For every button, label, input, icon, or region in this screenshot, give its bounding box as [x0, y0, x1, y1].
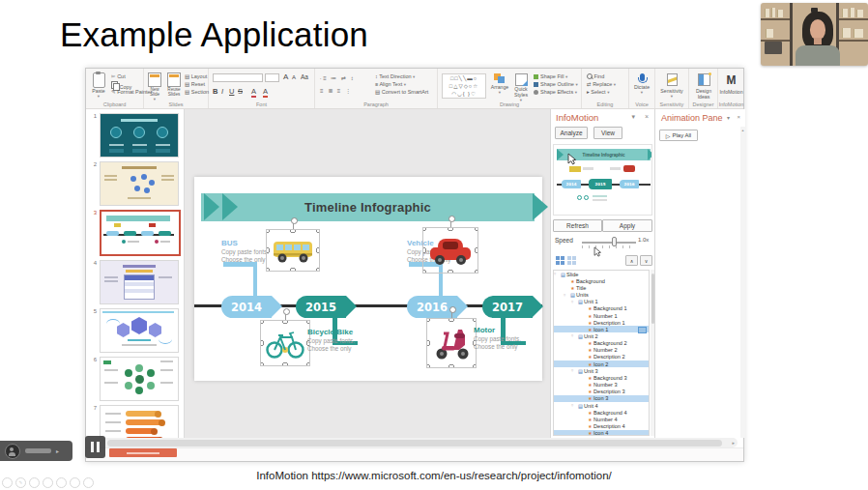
select-button[interactable]: ▸ Select ▾: [587, 89, 609, 96]
item-label-bicycle[interactable]: Bicycle Bike: [307, 328, 353, 336]
year-marker-2014[interactable]: 2014: [221, 296, 272, 318]
tree-row[interactable]: Icon 3: [554, 395, 649, 402]
scroll-up-icon[interactable]: ▴: [740, 128, 745, 132]
replace-button[interactable]: ⇄ Replace ▾: [587, 81, 616, 88]
pane-dropdown-icon[interactable]: ▾: [631, 113, 635, 121]
animation-scrollbar[interactable]: ▴: [740, 127, 745, 438]
reuse-slides-button[interactable]: Reuse Slides: [164, 72, 184, 97]
year-marker-2015[interactable]: 2015: [296, 296, 346, 318]
bicycle-image[interactable]: [266, 326, 304, 360]
refresh-button[interactable]: Refresh: [553, 219, 602, 232]
tree-row[interactable]: Background 3: [554, 374, 649, 381]
tree-row[interactable]: Description 3: [554, 389, 649, 395]
item-description[interactable]: Copy paste fonts. Choose the only: [474, 335, 521, 350]
tree-row[interactable]: Units: [554, 291, 649, 298]
tree-row[interactable]: Number 3: [554, 382, 649, 389]
participant-badge[interactable]: ▸: [0, 441, 72, 461]
sensitivity-button[interactable]: Sensitivity ▾: [657, 73, 686, 99]
font-size-input[interactable]: [265, 73, 279, 82]
tree-row[interactable]: Background 2: [554, 340, 649, 347]
find-button[interactable]: Find: [587, 73, 604, 80]
slide-thumbnail-4[interactable]: 4: [88, 260, 179, 304]
video-pause-button[interactable]: [85, 436, 105, 458]
infomotion-addin-button[interactable]: M InfoMotion: [719, 73, 743, 95]
item-label-bus[interactable]: BUS: [221, 239, 238, 247]
slide-thumbnail-1[interactable]: 1: [88, 113, 179, 158]
tree-row[interactable]: Unit 1: [554, 299, 649, 305]
quick-styles-button[interactable]: Quick Styles ▾: [511, 73, 531, 102]
tree-row[interactable]: Icon 4: [554, 430, 649, 436]
move-down-button[interactable]: ∨: [640, 255, 652, 266]
slide-title-banner[interactable]: Timeline Infographic: [201, 193, 535, 221]
slide-thumbnail-8-partial[interactable]: [109, 448, 177, 457]
pane-dropdown-icon[interactable]: ▾: [727, 114, 730, 121]
underline-button[interactable]: U: [229, 87, 234, 96]
new-slide-button[interactable]: New Slide ▾: [146, 72, 163, 101]
speed-slider-track[interactable]: [582, 242, 636, 244]
pane-close-icon[interactable]: ×: [737, 114, 740, 120]
shapes-gallery[interactable]: □□╲╲▬○ □△▽◇○☆ ◠◡{ }♡: [442, 73, 486, 99]
speed-slider-thumb[interactable]: [612, 237, 617, 246]
tree-row[interactable]: Number 2: [554, 347, 649, 354]
tree-row[interactable]: Unit 3: [554, 367, 649, 374]
tree-row[interactable]: Number 1: [554, 312, 649, 319]
slide-canvas[interactable]: Timeline Infographic 2014 2015 2016 2017: [194, 177, 542, 381]
grid-view-toggle[interactable]: [556, 256, 564, 265]
item-description[interactable]: Copy paste fonts. Choose the only: [221, 248, 269, 263]
italic-button[interactable]: I: [221, 87, 223, 96]
tree-row[interactable]: Description 4: [554, 422, 649, 429]
highlight-color-button[interactable]: A: [251, 87, 256, 98]
shape-effects-button[interactable]: Shape Effects ▾: [534, 89, 577, 96]
reset-button[interactable]: ▤ Reset: [185, 81, 205, 88]
shape-outline-button[interactable]: Shape Outline ▾: [534, 81, 578, 88]
move-up-button[interactable]: ∧: [625, 255, 638, 266]
slide-thumbnail-3-selected[interactable]: 3: [88, 210, 181, 256]
strikethrough-button[interactable]: S: [238, 87, 243, 96]
list-view-toggle[interactable]: [567, 256, 576, 265]
webcam-video[interactable]: [761, 3, 868, 66]
car-image[interactable]: [428, 233, 473, 268]
design-ideas-button[interactable]: Design Ideas: [691, 73, 716, 100]
align-text-button[interactable]: ≡ Align Text ▾: [375, 81, 406, 88]
tree-row[interactable]: Background: [554, 277, 649, 284]
tree-row[interactable]: Background 1: [554, 305, 649, 312]
item-label-motor[interactable]: Motor: [474, 326, 495, 334]
tree-row[interactable]: Number 4: [554, 416, 649, 422]
tree-row[interactable]: Slide: [554, 271, 649, 277]
bus-image[interactable]: [272, 235, 314, 266]
shape-fill-button[interactable]: Shape Fill ▾: [534, 73, 567, 80]
dictate-button[interactable]: Dictate ▾: [631, 73, 652, 95]
section-button[interactable]: ▤ Section: [185, 89, 209, 96]
tree-row[interactable]: Background 4: [554, 409, 649, 416]
year-marker-2017[interactable]: 2017: [482, 296, 533, 318]
tree-row[interactable]: Unit 4: [554, 402, 649, 409]
analyze-button[interactable]: Analyze: [555, 127, 588, 139]
tree-row[interactable]: Icon 2: [554, 360, 649, 367]
view-button[interactable]: View: [593, 127, 622, 139]
bold-button[interactable]: B: [213, 87, 217, 96]
paste-button[interactable]: Paste ▾: [89, 72, 108, 99]
slide-thumbnail-2[interactable]: 2: [88, 161, 179, 206]
font-color-button[interactable]: A: [263, 87, 268, 98]
cut-button[interactable]: ✂ Cut: [111, 73, 126, 80]
slide-thumbnail-6[interactable]: 6: [88, 357, 179, 401]
slide-thumbnail-5[interactable]: 5: [88, 308, 179, 353]
alignment-buttons[interactable]: ≡ ≣ ≡ ⋮: [320, 87, 353, 94]
shrink-font-button[interactable]: A: [292, 74, 296, 80]
year-marker-2016[interactable]: 2016: [407, 296, 457, 318]
tree-row[interactable]: Title: [554, 284, 649, 291]
tree-row[interactable]: Icon 1: [554, 326, 649, 332]
grow-font-button[interactable]: A: [283, 72, 288, 81]
pane-close-icon[interactable]: ×: [645, 113, 649, 120]
scooter-image[interactable]: [432, 324, 471, 362]
tree-row[interactable]: Description 1: [554, 319, 649, 326]
item-description[interactable]: Copy paste fonts. Choose the only: [307, 337, 355, 352]
tree-row[interactable]: Description 2: [554, 354, 649, 360]
layout-button[interactable]: ▤ Layout: [185, 73, 207, 80]
text-direction-button[interactable]: ↕ Text Direction ▾: [375, 73, 415, 80]
clear-formatting-button[interactable]: Aa: [301, 73, 308, 80]
animation-preview[interactable]: Timeline Infographic 2014 2015 2016: [553, 144, 652, 216]
arrange-button[interactable]: Arrange ▾: [490, 73, 509, 95]
font-name-input[interactable]: [213, 73, 263, 82]
play-all-button[interactable]: ▷ Play All: [659, 130, 698, 141]
